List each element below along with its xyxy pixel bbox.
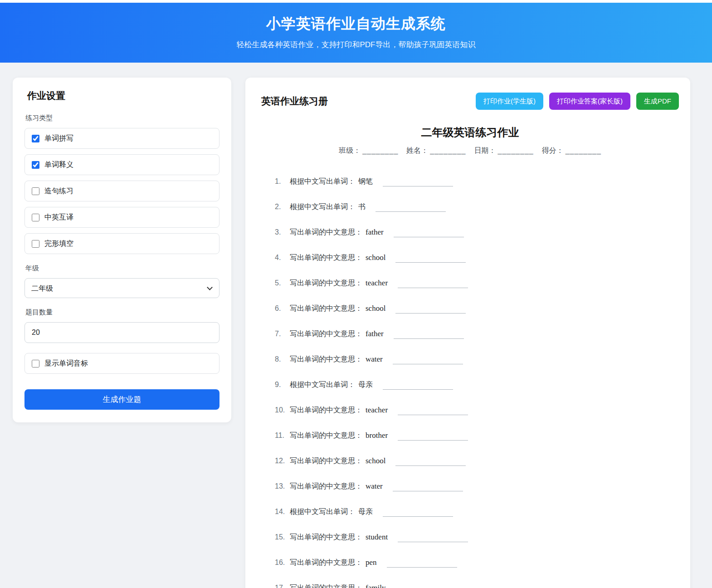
question-item: 2.根据中文写出单词：书 [275, 202, 679, 212]
question-item: 15.写出单词的中文意思：student [275, 532, 679, 542]
exercise-type-option[interactable]: 中英互译 [24, 207, 219, 228]
info-field-blank: ________ [362, 147, 398, 154]
sheet-info-line: 班级：________姓名：________日期：________得分：____… [261, 146, 679, 156]
exercise-type-checkbox[interactable] [32, 135, 39, 142]
question-prompt: 写出单词的中文意思： [290, 304, 362, 312]
question-prompt: 写出单词的中文意思： [290, 228, 362, 236]
question-item: 10.写出单词的中文意思：teacher [275, 405, 679, 415]
question-word: school [366, 304, 385, 313]
workbook-actions: 打印作业(学生版) 打印作业答案(家长版) 生成PDF [476, 93, 679, 110]
print-answers-button[interactable]: 打印作业答案(家长版) [549, 93, 630, 110]
phonetic-checkbox[interactable] [32, 360, 39, 368]
question-word: water [366, 482, 383, 490]
exercise-type-checkbox[interactable] [32, 161, 39, 169]
question-number: 15. [275, 532, 290, 542]
question-item: 6.写出单词的中文意思：school [275, 304, 679, 314]
exercise-type-checkbox[interactable] [32, 240, 39, 248]
question-number: 2. [275, 202, 290, 212]
answer-blank [376, 210, 446, 212]
exercise-type-option-label: 中英互译 [44, 213, 73, 222]
exercise-type-option-label: 完形填空 [44, 239, 73, 249]
question-prompt: 写出单词的中文意思： [290, 431, 362, 439]
workbook-title: 英语作业练习册 [261, 95, 328, 108]
settings-panel: 作业设置 练习类型 单词拼写单词释义造句练习中英互译完形填空 年级 二年级 题目… [13, 78, 231, 422]
phonetic-option-row[interactable]: 显示单词音标 [24, 353, 219, 374]
info-field-blank: ________ [566, 147, 601, 154]
info-field-label: 班级： [339, 147, 361, 154]
question-item: 7.写出单词的中文意思：father [275, 329, 679, 339]
grade-select-wrap: 二年级 [24, 278, 219, 298]
answer-blank [393, 363, 463, 364]
sheet-title: 二年级英语练习作业 [261, 125, 679, 140]
info-field-blank: ________ [498, 147, 534, 154]
question-prompt: 写出单词的中文意思： [290, 559, 362, 566]
question-word: 钢笔 [358, 177, 373, 185]
question-item: 12.写出单词的中文意思：school [275, 456, 679, 466]
question-word: father [366, 228, 384, 236]
question-item: 9.根据中文写出单词：母亲 [275, 380, 679, 390]
info-field-label: 姓名： [406, 147, 428, 154]
question-number: 12. [275, 456, 290, 466]
question-item: 14.根据中文写出单词：母亲 [275, 507, 679, 517]
question-word: student [366, 533, 388, 541]
generate-pdf-button[interactable]: 生成PDF [636, 93, 679, 110]
question-prompt: 写出单词的中文意思： [290, 482, 362, 490]
answer-blank [393, 490, 463, 491]
question-number: 9. [275, 380, 290, 390]
answer-blank [395, 464, 466, 466]
question-list: 1.根据中文写出单词：钢笔2.根据中文写出单词：书3.写出单词的中文意思：fat… [261, 176, 679, 588]
exercise-type-option[interactable]: 单词释义 [24, 154, 219, 175]
question-number: 11. [275, 431, 290, 441]
question-word: father [366, 329, 384, 338]
question-prompt: 根据中文写出单词： [290, 203, 355, 211]
question-item: 1.根据中文写出单词：钢笔 [275, 176, 679, 186]
answer-blank [394, 337, 464, 339]
question-number: 13. [275, 481, 290, 491]
question-word: water [366, 355, 383, 363]
question-word: 书 [358, 203, 366, 211]
question-number: 8. [275, 354, 290, 364]
question-item: 16.写出单词的中文意思：pen [275, 558, 679, 568]
answer-blank [394, 235, 464, 237]
question-prompt: 写出单词的中文意思： [290, 533, 362, 541]
exercise-type-option[interactable]: 完形填空 [24, 233, 219, 254]
question-count-input[interactable] [24, 322, 219, 343]
question-prompt: 写出单词的中文意思： [290, 584, 362, 588]
question-word: teacher [366, 279, 388, 287]
question-item: 8.写出单词的中文意思：water [275, 354, 679, 364]
print-student-button[interactable]: 打印作业(学生版) [476, 93, 543, 110]
answer-blank [398, 540, 468, 542]
question-prompt: 写出单词的中文意思： [290, 254, 362, 261]
grade-select[interactable]: 二年级 [24, 278, 219, 298]
exercise-type-option[interactable]: 单词拼写 [24, 128, 219, 149]
question-number: 6. [275, 304, 290, 314]
answer-blank [395, 312, 466, 314]
question-prompt: 写出单词的中文意思： [290, 406, 362, 414]
question-word: 母亲 [358, 508, 373, 515]
answer-blank [383, 388, 453, 390]
generate-homework-button[interactable]: 生成作业题 [24, 389, 219, 410]
exercise-type-option-label: 单词释义 [44, 160, 73, 170]
answer-blank [398, 413, 468, 415]
info-field-label: 得分： [542, 147, 564, 154]
question-number: 3. [275, 227, 290, 237]
question-word: 母亲 [358, 381, 373, 388]
question-prompt: 根据中文写出单词： [290, 177, 355, 185]
answer-blank [383, 515, 453, 517]
answer-blank [398, 286, 468, 288]
question-prompt: 写出单词的中文意思： [290, 457, 362, 465]
question-prompt: 根据中文写出单词： [290, 508, 355, 515]
question-word: school [366, 253, 385, 262]
question-item: 17.写出单词的中文意思：family [275, 583, 679, 588]
question-prompt: 根据中文写出单词： [290, 381, 355, 388]
exercise-type-option[interactable]: 造句练习 [24, 181, 219, 201]
exercise-type-checkbox[interactable] [32, 214, 39, 221]
answer-blank [395, 261, 466, 263]
app-header: 小学英语作业自动生成系统 轻松生成各种英语作业，支持打印和PDF导出，帮助孩子巩… [0, 3, 712, 63]
grade-label: 年级 [25, 264, 219, 273]
question-prompt: 写出单词的中文意思： [290, 330, 362, 338]
question-word: school [366, 456, 385, 465]
exercise-type-checkbox[interactable] [32, 187, 39, 195]
question-item: 3.写出单词的中文意思：father [275, 227, 679, 237]
exercise-type-option-label: 单词拼写 [44, 134, 73, 143]
